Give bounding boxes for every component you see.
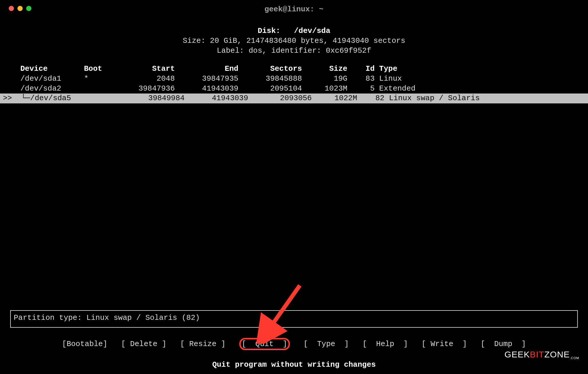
action-menu: [Bootable] [ Delete ] [ Resize ] [ Quit … [0, 339, 588, 349]
partition-info-box: Partition type: Linux swap / Solaris (82… [10, 310, 578, 328]
menu-item-dump[interactable]: [ Dump ] [481, 340, 526, 348]
partition-table[interactable]: Device Boot Start End Sectors Size Id Ty… [0, 64, 588, 103]
menu-item-delete[interactable]: [ Delete ] [121, 340, 167, 348]
watermark: GEEKBITZONE.COM [504, 349, 579, 360]
hint-text: Quit program without writing changes [0, 360, 588, 370]
disk-size-line: Size: 20 GiB, 21474836480 bytes, 4194304… [0, 36, 588, 46]
disk-header: Disk: /dev/sda Size: 20 GiB, 21474836480… [0, 26, 588, 56]
disk-label: Disk: [258, 27, 280, 35]
window-title: geek@linux: ~ [0, 5, 588, 15]
table-row[interactable]: /dev/sda1 * 2048 39847935 39845888 19G 8… [0, 74, 588, 84]
menu-item-help[interactable]: [ Help ] [362, 340, 408, 348]
menu-item-resize[interactable]: [ Resize ] [180, 340, 226, 348]
watermark-c: ZONE [544, 350, 570, 359]
menu-item-write[interactable]: [ Write ] [421, 340, 467, 348]
table-row[interactable]: /dev/sda2 39847936 41943039 2095104 1023… [0, 84, 588, 94]
menu-item-bootable[interactable]: [Bootable] [62, 340, 107, 348]
menu-item-type[interactable]: [ Type ] [303, 340, 349, 348]
watermark-a: GEEK [504, 350, 530, 359]
table-row[interactable]: >> └─/dev/sda5 39849984 41943039 2093056… [0, 93, 588, 103]
watermark-d: .COM [570, 356, 579, 360]
table-header: Device Boot Start End Sectors Size Id Ty… [0, 64, 588, 74]
disk-path: /dev/sda [294, 27, 330, 35]
menu-item-quit[interactable]: [ Quit ] [239, 338, 290, 350]
watermark-b: BIT [530, 350, 544, 359]
disk-label-line: Label: dos, identifier: 0xc69f952f [0, 46, 588, 56]
partition-info-text: Partition type: Linux swap / Solaris (82… [14, 313, 200, 322]
